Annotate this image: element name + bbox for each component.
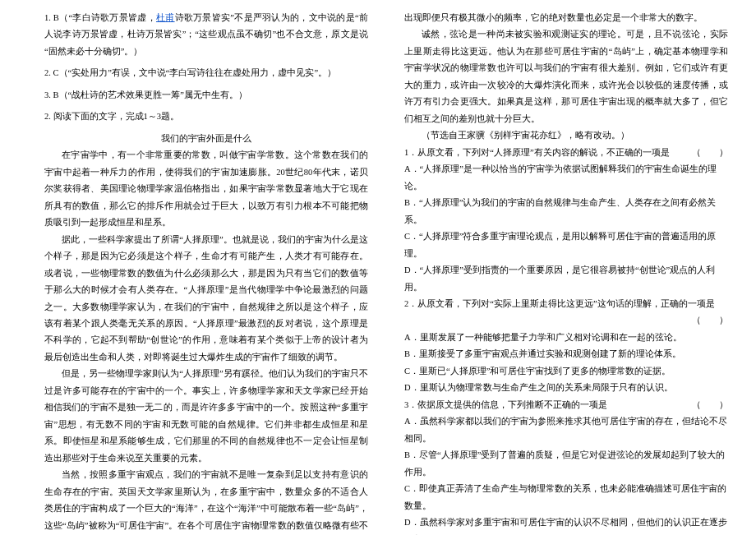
q1-bracket: （ ） — [692, 145, 728, 161]
q2-option-c: C．里斯已“人择原理”和可居住宇宙找到了更多的物理常数的证据。 — [404, 363, 728, 380]
link-dufu[interactable]: 杜甫 — [156, 13, 175, 22]
q2-option-d: D．里斯认为物理常数与生命产生之间的关系未局限于只有的认识。 — [404, 380, 728, 396]
q3-option-b: B．尽管“人择原理”受到了普遍的质疑，但是它对促进弦论的发展却起到了较大的作用。 — [404, 447, 728, 481]
q1-option-a: A．“人择原理”是一种以恰当的宇宙学为依据试图解释我们的宇宙生命诞生的理论。 — [404, 161, 728, 195]
passage-para-1: 在宇宙学中，有一个非常重要的常数，叫做宇宙学常数。这个常数在我们的宇宙中起着一种… — [44, 147, 368, 231]
q2-option-b: B．里斯接受了多重宇宙观点并通过实验和观测创建了新的理论体系。 — [404, 346, 728, 362]
passage-continuation-2: 诚然，弦论是一种尚未被实验和观测证实的理论。可是，且不说弦论，实际上里斯走得比这… — [404, 26, 728, 127]
passage-title: 我们的宇宙外面是什么 — [44, 131, 368, 147]
answer-item-1: 1. B（“李白诗歌万景皆虚，杜甫诗歌万景皆实”不是严羽认为的，文中说的是“前人… — [44, 10, 368, 60]
question-2-stem: 2．从原文看，下列对“实际上里斯走得比这更远”这句话的理解，正确的一项是 — [404, 296, 728, 312]
passage-source: （节选自王家骥《别样宇宙花亦红》，略有改动。） — [404, 127, 728, 144]
passage-para-3: 但是，另一些物理学家则认为“人择原理”另有蹊径。他们认为我们的宇宙只不过是许多可… — [44, 366, 368, 467]
answer-item-2: 2. C（“实处用力”有误，文中说“李白写诗往往在虚处用力，虚中见实”。） — [44, 65, 368, 81]
question-1-stem: 1．从原文看，下列对“人择原理”有关内容的解说，不正确的一项是 （ ） — [404, 145, 728, 161]
left-column: 1. B（“李白诗歌万景皆虚，杜甫诗歌万景皆实”不是严羽认为的，文中说的是“前人… — [39, 10, 386, 525]
q3-bracket: （ ） — [692, 397, 728, 413]
answer-item-3: 3. B（“战杜诗的艺术效果更胜一筹”属无中生有。） — [44, 87, 368, 104]
passage-para-4: 当然，按照多重宇宙观点，我们的宇宙就不是唯一复杂到足以支持有意识的生命存在的宇宙… — [44, 467, 368, 535]
q1-option-b: B．“人择原理”认为我们的宇宙的自然规律与生命产生、人类存在之间有必然关系。 — [404, 195, 728, 228]
passage-continuation-1: 出现即便只有极其微小的频率，它的绝对数量也必定是一个非常大的数字。 — [404, 10, 728, 26]
question-3-stem: 3．依据原文提供的信息，下列推断不正确的一项是 （ ） — [404, 397, 728, 413]
q3-text: 3．依据原文提供的信息，下列推断不正确的一项是 — [404, 400, 607, 409]
q2-option-a: A．里斯发展了一种能够把量子力学和广义相对论调和在一起的弦论。 — [404, 330, 728, 346]
q2-bracket: （ ） — [404, 312, 728, 329]
text-frag: 1. B（“李白诗歌万景皆虚， — [44, 13, 156, 22]
q3-option-a: A．虽然科学家都以我们的宇宙为参照来推求其他可居住宇宙的存在，但结论不尽相同。 — [404, 413, 728, 447]
q1-text: 1．从原文看，下列对“人择原理”有关内容的解说，不正确的一项是 — [404, 148, 670, 157]
q1-option-d: D．“人择原理”受到指责的一个重要原因，是它很容易被持“创世论”观点的人利用。 — [404, 262, 728, 296]
reading-prompt: 2. 阅读下面的文字，完成1～3题。 — [44, 108, 368, 125]
q3-option-c: C．即使真正弄清了生命产生与物理常数的关系，也未必能准确描述可居住宇宙的数量。 — [404, 481, 728, 514]
q1-option-c: C．“人择原理”符合多重宇宙理论观点，是用以解释可居住宇宙的普遍适用的原理。 — [404, 228, 728, 262]
q3-option-d: D．虽然科学家对多重宇宙和可居住宇宙的认识不尽相同，但他们的认识正在逐步深入。 — [404, 514, 728, 535]
right-column: 出现即便只有极其微小的频率，它的绝对数量也必定是一个非常大的数字。 诚然，弦论是… — [386, 10, 733, 525]
passage-para-2: 据此，一些科学家提出了所谓“人择原理”。也就是说，我们的宇宙为什么是这个样子，那… — [44, 232, 368, 367]
